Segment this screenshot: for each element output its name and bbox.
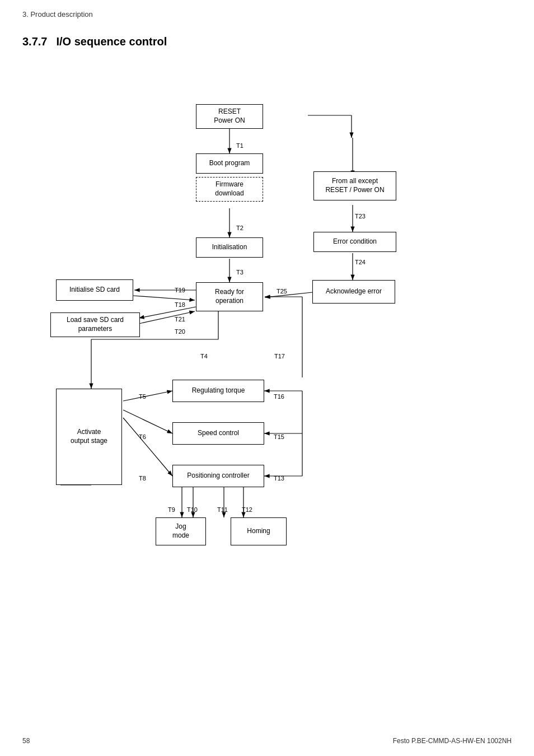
svg-line-13 — [139, 311, 195, 324]
box-ready: Ready foroperation — [196, 282, 263, 311]
label-T10: T10 — [187, 506, 198, 513]
label-T19: T19 — [175, 287, 185, 293]
label-T11: T11 — [217, 506, 228, 513]
label-T16: T16 — [274, 393, 284, 400]
box-regtorque: Regulating torque — [172, 380, 264, 402]
label-T24: T24 — [355, 259, 366, 265]
svg-line-12 — [139, 307, 196, 318]
label-T4: T4 — [200, 353, 208, 360]
label-T6: T6 — [139, 433, 146, 440]
box-speedctrl: Speed control — [172, 422, 264, 445]
footer-page-number: 58 — [22, 737, 30, 745]
box-jog: Jogmode — [156, 517, 206, 545]
label-T8: T8 — [139, 475, 146, 482]
label-T2: T2 — [236, 225, 243, 231]
svg-line-11 — [133, 296, 195, 300]
box-boot: Boot program — [196, 153, 263, 174]
label-T13: T13 — [274, 475, 284, 482]
label-T9: T9 — [168, 506, 175, 513]
footer-doc-id: Festo P.BE-CMMD-AS-HW-EN 1002NH — [393, 737, 512, 745]
svg-line-9 — [265, 292, 312, 297]
box-loadsave: Load save SD cardparameters — [50, 312, 140, 337]
box-initsd: Initialise SD card — [56, 279, 133, 301]
svg-line-21 — [123, 410, 172, 433]
label-T5: T5 — [139, 393, 146, 400]
box-init: Initialisation — [196, 237, 263, 258]
label-T17: T17 — [274, 353, 285, 360]
label-T21: T21 — [175, 316, 185, 323]
svg-line-23 — [123, 418, 172, 476]
box-reset: RESET Power ON — [196, 104, 263, 129]
label-T18: T18 — [175, 301, 185, 308]
box-firmware: Firmwaredownload — [196, 177, 263, 202]
box-homing: Homing — [231, 517, 287, 545]
label-T23: T23 — [355, 213, 366, 220]
label-T3: T3 — [236, 269, 243, 276]
svg-line-19 — [123, 391, 172, 401]
label-T12: T12 — [242, 506, 252, 513]
section-title: 3.7.7I/O sequence control — [0, 18, 534, 59]
box-errorcond: Error condition — [313, 232, 396, 252]
diagram-arrows — [0, 59, 534, 647]
page-footer: 58 Festo P.BE-CMMD-AS-HW-EN 1002NH — [0, 737, 534, 745]
box-fromall: From all exceptRESET / Power ON — [313, 171, 396, 200]
label-T20: T20 — [175, 328, 185, 335]
label-T15: T15 — [274, 433, 284, 440]
label-T25: T25 — [277, 288, 287, 295]
label-T1: T1 — [236, 142, 243, 149]
box-activate: Activateoutput stage — [56, 389, 122, 485]
page-header: 3. Product description — [0, 0, 534, 18]
diagram-container: RESET Power ON Boot program Firmwaredown… — [0, 59, 534, 647]
box-posctrl: Positioning controller — [172, 465, 264, 487]
box-ackerr: Acknowledge error — [312, 280, 395, 304]
